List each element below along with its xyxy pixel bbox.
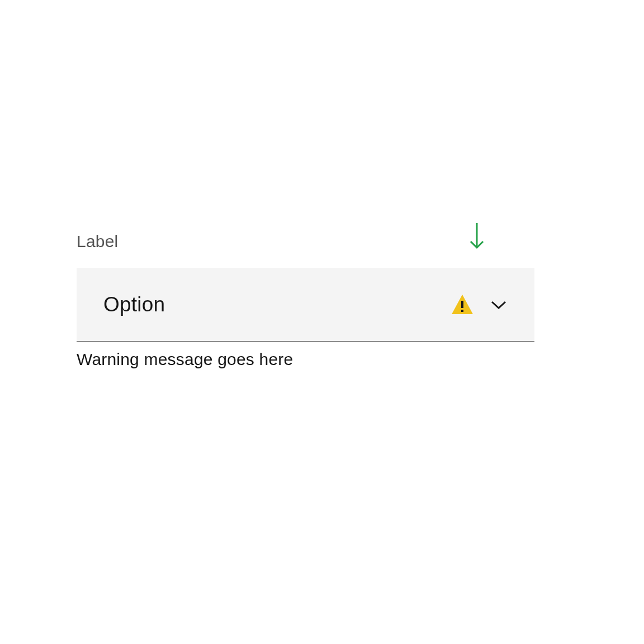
svg-rect-2 [461,310,463,312]
dropdown-select[interactable]: Option [77,268,534,342]
dropdown-selected-value: Option [103,293,451,316]
svg-rect-1 [461,301,463,308]
chevron-down-icon [490,296,508,314]
helper-text: Warning message goes here [77,350,534,369]
field-label: Label [77,232,534,251]
warning-icon [451,293,474,316]
